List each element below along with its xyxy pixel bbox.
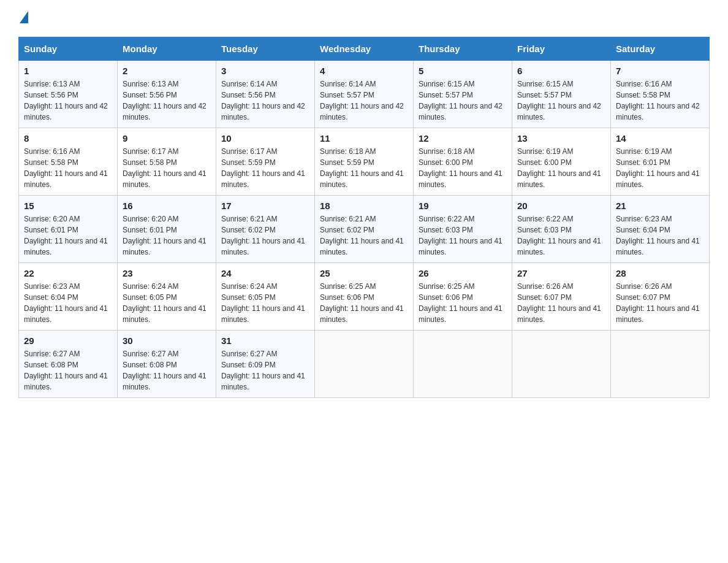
day-info: Sunrise: 6:19 AMSunset: 6:01 PMDaylight:… (616, 147, 700, 189)
calendar-day-cell: 10 Sunrise: 6:17 AMSunset: 5:59 PMDaylig… (216, 128, 315, 196)
day-info: Sunrise: 6:27 AMSunset: 6:08 PMDaylight:… (123, 350, 207, 391)
day-number: 10 (221, 133, 309, 144)
day-number: 20 (517, 201, 605, 211)
weekday-header-tuesday: Tuesday (216, 37, 315, 61)
weekday-header-friday: Friday (512, 37, 611, 61)
logo (18, 12, 28, 25)
calendar-day-cell: 23 Sunrise: 6:24 AMSunset: 6:05 PMDaylig… (118, 263, 216, 331)
day-number: 26 (419, 268, 507, 278)
calendar-day-cell: 15 Sunrise: 6:20 AMSunset: 6:01 PMDaylig… (19, 196, 118, 263)
calendar-day-cell: 22 Sunrise: 6:23 AMSunset: 6:04 PMDaylig… (19, 263, 118, 331)
calendar-day-cell: 7 Sunrise: 6:16 AMSunset: 5:58 PMDayligh… (611, 61, 710, 128)
day-info: Sunrise: 6:14 AMSunset: 5:56 PMDaylight:… (221, 80, 305, 121)
day-info: Sunrise: 6:27 AMSunset: 6:09 PMDaylight:… (221, 350, 305, 391)
calendar-day-cell (414, 331, 512, 398)
calendar-day-cell: 28 Sunrise: 6:26 AMSunset: 6:07 PMDaylig… (611, 263, 710, 331)
calendar-day-cell: 20 Sunrise: 6:22 AMSunset: 6:03 PMDaylig… (512, 196, 611, 263)
day-number: 24 (221, 268, 309, 278)
day-info: Sunrise: 6:18 AMSunset: 6:00 PMDaylight:… (419, 147, 502, 189)
day-info: Sunrise: 6:15 AMSunset: 5:57 PMDaylight:… (419, 80, 502, 121)
weekday-header-saturday: Saturday (611, 37, 710, 61)
day-info: Sunrise: 6:18 AMSunset: 5:59 PMDaylight:… (320, 147, 404, 189)
day-number: 3 (221, 66, 309, 76)
day-number: 31 (221, 335, 309, 346)
day-number: 25 (320, 268, 408, 278)
day-info: Sunrise: 6:15 AMSunset: 5:57 PMDaylight:… (517, 80, 601, 121)
calendar-week-row: 8 Sunrise: 6:16 AMSunset: 5:58 PMDayligh… (19, 128, 710, 196)
day-number: 14 (616, 133, 704, 144)
day-info: Sunrise: 6:21 AMSunset: 6:02 PMDaylight:… (320, 215, 404, 256)
day-number: 7 (616, 66, 704, 76)
day-number: 29 (24, 335, 112, 346)
calendar-day-cell: 12 Sunrise: 6:18 AMSunset: 6:00 PMDaylig… (414, 128, 512, 196)
day-info: Sunrise: 6:22 AMSunset: 6:03 PMDaylight:… (419, 215, 502, 256)
day-number: 28 (616, 268, 704, 278)
calendar-day-cell: 4 Sunrise: 6:14 AMSunset: 5:57 PMDayligh… (315, 61, 414, 128)
day-info: Sunrise: 6:17 AMSunset: 5:59 PMDaylight:… (221, 147, 305, 189)
calendar-day-cell: 18 Sunrise: 6:21 AMSunset: 6:02 PMDaylig… (315, 196, 414, 263)
calendar-day-cell: 13 Sunrise: 6:19 AMSunset: 6:00 PMDaylig… (512, 128, 611, 196)
day-info: Sunrise: 6:24 AMSunset: 6:05 PMDaylight:… (221, 282, 305, 324)
day-number: 6 (517, 66, 605, 76)
calendar-day-cell: 24 Sunrise: 6:24 AMSunset: 6:05 PMDaylig… (216, 263, 315, 331)
day-info: Sunrise: 6:27 AMSunset: 6:08 PMDaylight:… (24, 350, 108, 391)
calendar-day-cell: 19 Sunrise: 6:22 AMSunset: 6:03 PMDaylig… (414, 196, 512, 263)
logo-triangle-icon (20, 11, 28, 23)
day-info: Sunrise: 6:20 AMSunset: 6:01 PMDaylight:… (24, 215, 108, 256)
day-info: Sunrise: 6:25 AMSunset: 6:06 PMDaylight:… (419, 282, 502, 324)
day-number: 19 (419, 201, 507, 211)
calendar-day-cell: 6 Sunrise: 6:15 AMSunset: 5:57 PMDayligh… (512, 61, 611, 128)
day-info: Sunrise: 6:13 AMSunset: 5:56 PMDaylight:… (123, 80, 207, 121)
day-info: Sunrise: 6:22 AMSunset: 6:03 PMDaylight:… (517, 215, 601, 256)
day-number: 11 (320, 133, 408, 144)
weekday-header-monday: Monday (118, 37, 216, 61)
day-number: 23 (123, 268, 211, 278)
day-number: 30 (123, 335, 211, 346)
calendar-day-cell: 8 Sunrise: 6:16 AMSunset: 5:58 PMDayligh… (19, 128, 118, 196)
day-info: Sunrise: 6:25 AMSunset: 6:06 PMDaylight:… (320, 282, 404, 324)
day-number: 8 (24, 133, 112, 144)
calendar-day-cell: 9 Sunrise: 6:17 AMSunset: 5:58 PMDayligh… (118, 128, 216, 196)
calendar-day-cell (315, 331, 414, 398)
calendar-day-cell (611, 331, 710, 398)
day-info: Sunrise: 6:26 AMSunset: 6:07 PMDaylight:… (517, 282, 601, 324)
day-info: Sunrise: 6:21 AMSunset: 6:02 PMDaylight:… (221, 215, 305, 256)
calendar-day-cell: 27 Sunrise: 6:26 AMSunset: 6:07 PMDaylig… (512, 263, 611, 331)
calendar-day-cell: 2 Sunrise: 6:13 AMSunset: 5:56 PMDayligh… (118, 61, 216, 128)
day-info: Sunrise: 6:16 AMSunset: 5:58 PMDaylight:… (616, 80, 700, 121)
calendar-day-cell: 1 Sunrise: 6:13 AMSunset: 5:56 PMDayligh… (19, 61, 118, 128)
day-info: Sunrise: 6:19 AMSunset: 6:00 PMDaylight:… (517, 147, 601, 189)
day-number: 5 (419, 66, 507, 76)
day-number: 18 (320, 201, 408, 211)
calendar-day-cell: 11 Sunrise: 6:18 AMSunset: 5:59 PMDaylig… (315, 128, 414, 196)
calendar-day-cell: 14 Sunrise: 6:19 AMSunset: 6:01 PMDaylig… (611, 128, 710, 196)
day-number: 15 (24, 201, 112, 211)
day-info: Sunrise: 6:14 AMSunset: 5:57 PMDaylight:… (320, 80, 404, 121)
day-number: 1 (24, 66, 112, 76)
day-number: 17 (221, 201, 309, 211)
calendar-day-cell: 31 Sunrise: 6:27 AMSunset: 6:09 PMDaylig… (216, 331, 315, 398)
day-info: Sunrise: 6:13 AMSunset: 5:56 PMDaylight:… (24, 80, 108, 121)
calendar-week-row: 29 Sunrise: 6:27 AMSunset: 6:08 PMDaylig… (19, 331, 710, 398)
calendar-day-cell: 26 Sunrise: 6:25 AMSunset: 6:06 PMDaylig… (414, 263, 512, 331)
weekday-header-thursday: Thursday (414, 37, 512, 61)
weekday-header-wednesday: Wednesday (315, 37, 414, 61)
weekday-header-row: SundayMondayTuesdayWednesdayThursdayFrid… (19, 37, 710, 61)
calendar-day-cell: 29 Sunrise: 6:27 AMSunset: 6:08 PMDaylig… (19, 331, 118, 398)
day-number: 13 (517, 133, 605, 144)
day-number: 21 (616, 201, 704, 211)
day-info: Sunrise: 6:17 AMSunset: 5:58 PMDaylight:… (123, 147, 207, 189)
calendar-table: SundayMondayTuesdayWednesdayThursdayFrid… (18, 37, 710, 398)
calendar-day-cell: 30 Sunrise: 6:27 AMSunset: 6:08 PMDaylig… (118, 331, 216, 398)
day-info: Sunrise: 6:23 AMSunset: 6:04 PMDaylight:… (616, 215, 700, 256)
calendar-day-cell: 3 Sunrise: 6:14 AMSunset: 5:56 PMDayligh… (216, 61, 315, 128)
calendar-day-cell (512, 331, 611, 398)
day-info: Sunrise: 6:26 AMSunset: 6:07 PMDaylight:… (616, 282, 700, 324)
calendar-day-cell: 21 Sunrise: 6:23 AMSunset: 6:04 PMDaylig… (611, 196, 710, 263)
day-number: 22 (24, 268, 112, 278)
day-number: 2 (123, 66, 211, 76)
day-info: Sunrise: 6:20 AMSunset: 6:01 PMDaylight:… (123, 215, 207, 256)
day-info: Sunrise: 6:24 AMSunset: 6:05 PMDaylight:… (123, 282, 207, 324)
day-info: Sunrise: 6:23 AMSunset: 6:04 PMDaylight:… (24, 282, 108, 324)
day-number: 16 (123, 201, 211, 211)
